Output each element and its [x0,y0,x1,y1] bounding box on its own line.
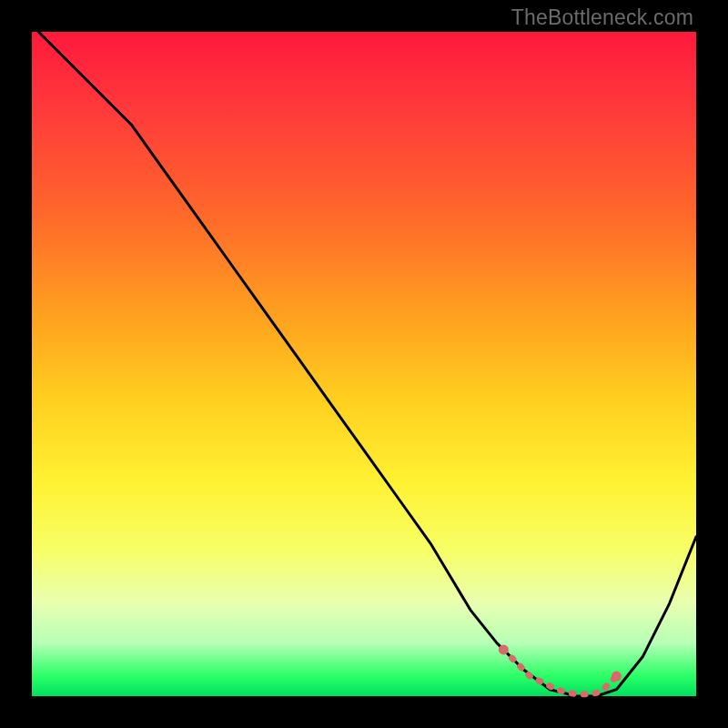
watermark-text: TheBottleneck.com [511,5,693,30]
optimal-markers [499,644,622,693]
chart-svg [32,32,696,696]
chart-frame: TheBottleneck.com [0,0,728,728]
svg-point-0 [499,644,509,654]
svg-point-1 [612,672,622,682]
bottleneck-curve [38,32,696,696]
